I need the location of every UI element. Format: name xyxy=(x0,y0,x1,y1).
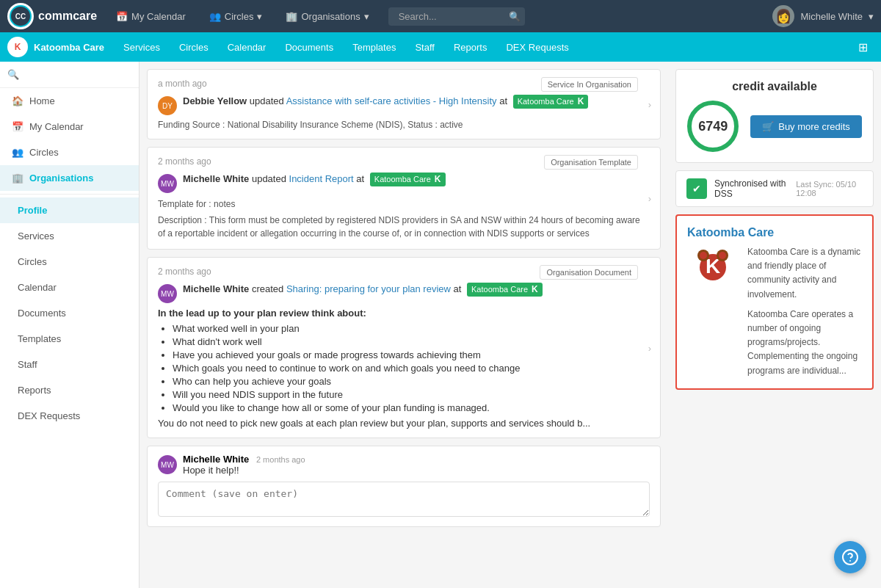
sync-icon: ✔ xyxy=(686,178,707,199)
avatar: MW xyxy=(158,174,177,193)
org-name: Katoomba Care xyxy=(34,42,104,53)
svg-point-6 xyxy=(700,252,707,259)
sidebar-item-dex-requests[interactable]: DEX Requests xyxy=(0,403,139,429)
sidebar-item-my-calendar[interactable]: 📅 My Calendar xyxy=(0,114,139,139)
sidebar-item-profile[interactable]: Profile xyxy=(0,197,139,223)
avatar: MW xyxy=(158,455,177,474)
sync-card: ✔ Synchronised with DSS Last Sync: 05/10… xyxy=(675,170,874,207)
sidebar-search[interactable]: 🔍 xyxy=(0,62,139,88)
sync-date: Last Sync: 05/10 12:08 xyxy=(796,180,863,197)
comment-item: MW Michelle White 2 months ago Hope it h… xyxy=(158,454,650,476)
sidebar-item-sub-calendar[interactable]: Calendar xyxy=(0,275,139,300)
activity-card: a month ago Service In Organisation DY D… xyxy=(147,69,661,139)
funding-info: Funding Source : National Disability Ins… xyxy=(158,120,650,130)
sidebar-item-organisations[interactable]: 🏢 Organisations xyxy=(0,165,139,191)
org-info-body: K Katoomba Care is a dynamic and friendl… xyxy=(687,245,862,378)
bullet-list: What worked well in your plan What didn'… xyxy=(173,323,650,413)
chevron-right-icon: › xyxy=(648,193,651,204)
list-item: Will you need NDIS support in the future xyxy=(173,389,650,400)
sidebar-item-documents[interactable]: Documents xyxy=(0,300,139,326)
activity-tag: Organisation Document xyxy=(540,265,638,280)
org-badge: Katoomba Care K xyxy=(370,173,446,186)
comment-author: Michelle White xyxy=(183,454,249,465)
nav-organisations[interactable]: 🏢 Organisations ▾ xyxy=(281,8,373,25)
credit-title: credit available xyxy=(732,80,817,93)
activity-content: In the lead up to your plan review think… xyxy=(158,308,650,429)
activity-card: 2 months ago Organisation Template MW Mi… xyxy=(147,147,661,250)
svg-point-9 xyxy=(849,560,851,562)
top-navigation: CC commcare 📅 My Calendar 👥 Circles ▾ 🏢 … xyxy=(0,0,881,32)
org-info-card[interactable]: Katoomba Care K Katoomba Care is a dynam… xyxy=(675,214,874,390)
chevron-down-icon: ▾ xyxy=(257,11,262,22)
buy-credits-button[interactable]: 🛒 Buy more credits xyxy=(750,115,862,138)
sidebar-item-services[interactable]: Services xyxy=(0,223,139,249)
divider xyxy=(0,194,139,195)
subnav-services[interactable]: Services xyxy=(115,37,169,57)
activity-link[interactable]: Sharing: preparing for your plan review xyxy=(286,283,451,294)
sidebar-item-circles[interactable]: 👥 Circles xyxy=(0,139,139,165)
avatar: DY xyxy=(158,96,177,115)
user-name: Michelle White xyxy=(183,173,249,184)
org-description-1: Katoomba Care is a dynamic and friendly … xyxy=(747,245,862,302)
home-icon: 🏠 xyxy=(12,95,23,106)
activity-text: Debbie Yellow updated Assistance with se… xyxy=(183,95,588,109)
search-input[interactable] xyxy=(391,7,509,26)
list-item: Who can help you achieve your goals xyxy=(173,376,650,387)
calendar-icon: 📅 xyxy=(12,121,23,132)
trailing-text: You do not need to pick new goals at eac… xyxy=(158,418,650,429)
help-button[interactable] xyxy=(834,541,866,573)
activity-link[interactable]: Assistance with self-care activities - H… xyxy=(286,95,497,106)
subnav-templates[interactable]: Templates xyxy=(344,37,405,57)
activity-user: MW Michelle White created Sharing: prepa… xyxy=(158,283,650,303)
comment-input[interactable] xyxy=(158,482,650,517)
sidebar-item-home[interactable]: 🏠 Home xyxy=(0,88,139,114)
svg-text:CC: CC xyxy=(15,12,26,21)
main-layout: 🔍 🏠 Home 📅 My Calendar 👥 Circles 🏢 Organ… xyxy=(0,62,881,588)
search-icon: 🔍 xyxy=(509,11,521,22)
sidebar-item-reports[interactable]: Reports xyxy=(0,377,139,403)
org-logo-large: K xyxy=(687,245,739,297)
subnav-reports[interactable]: Reports xyxy=(445,37,496,57)
feed-container: a month ago Service In Organisation DY D… xyxy=(139,62,668,534)
search-wrapper[interactable]: 🔍 xyxy=(388,7,525,26)
nav-circles[interactable]: 👥 Circles ▾ xyxy=(205,8,267,25)
org-badge: Katoomba Care K xyxy=(513,95,589,109)
subnav-staff[interactable]: Staff xyxy=(406,37,443,57)
svg-point-7 xyxy=(719,252,726,259)
org-info-title: Katoomba Care xyxy=(687,226,862,239)
activity-desc2: Description : This form must be complete… xyxy=(158,214,650,240)
logo-icon: CC xyxy=(7,3,34,29)
subnav-dex-requests[interactable]: DEX Requests xyxy=(497,37,577,57)
list-item: What worked well in your plan xyxy=(173,323,650,334)
subnav-circles[interactable]: Circles xyxy=(170,37,217,57)
avatar: MW xyxy=(158,284,177,303)
activity-link[interactable]: Incident Report xyxy=(289,173,354,184)
search-icon: 🔍 xyxy=(7,69,19,80)
activity-user: MW Michelle White updated Incident Repor… xyxy=(158,173,650,193)
nav-my-calendar[interactable]: 📅 My Calendar xyxy=(112,8,190,25)
comment-text: Hope it help!! xyxy=(183,465,305,476)
sidebar: 🔍 🏠 Home 📅 My Calendar 👥 Circles 🏢 Organ… xyxy=(0,62,139,588)
subnav-end-icon[interactable]: ⊞ xyxy=(852,37,874,57)
sidebar-item-staff[interactable]: Staff xyxy=(0,352,139,377)
subnav-documents[interactable]: Documents xyxy=(276,37,342,57)
chevron-right-icon: › xyxy=(648,342,651,353)
activity-text: Michelle White updated Incident Report a… xyxy=(183,173,446,186)
sidebar-item-sub-circles[interactable]: Circles xyxy=(0,249,139,275)
sub-navigation: K Katoomba Care Services Circles Calenda… xyxy=(0,32,881,62)
user-menu[interactable]: 👩 Michelle White ▾ xyxy=(772,5,874,27)
logo-text: commcare xyxy=(38,10,97,23)
activity-tag: Service In Organisation xyxy=(541,77,638,92)
avatar: 👩 xyxy=(772,5,794,27)
user-name: Debbie Yellow xyxy=(183,95,247,106)
list-item: Would you like to change how all or some… xyxy=(173,402,650,413)
list-item: Have you achieved your goals or made pro… xyxy=(173,349,650,360)
logo[interactable]: CC commcare xyxy=(7,3,97,29)
list-item: Which goals you need to continue to work… xyxy=(173,363,650,374)
activity-card: 2 months ago Organisation Document MW Mi… xyxy=(147,257,661,438)
chevron-down-icon: ▾ xyxy=(364,11,369,22)
org-icon: 🏢 xyxy=(12,173,23,184)
org-icon: 🏢 xyxy=(286,11,297,22)
sidebar-item-templates[interactable]: Templates xyxy=(0,326,139,352)
subnav-calendar[interactable]: Calendar xyxy=(219,37,275,57)
